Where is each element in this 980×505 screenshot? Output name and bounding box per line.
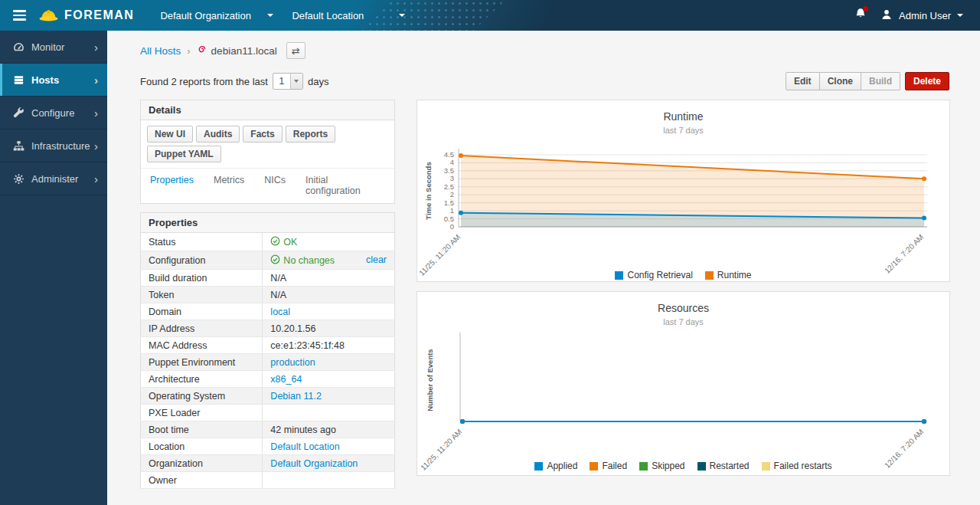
svg-text:4: 4: [450, 158, 454, 166]
breadcrumb-all-hosts-link[interactable]: All Hosts: [140, 45, 181, 57]
sidebar-item-label: Monitor: [31, 41, 94, 53]
property-value: 42 minutes ago: [263, 421, 395, 438]
property-value-link[interactable]: local: [270, 307, 290, 317]
property-label: Organization: [141, 455, 263, 472]
user-menu-label: Admin User: [899, 10, 951, 21]
edit-button[interactable]: Edit: [786, 72, 820, 90]
brand-name: FOREMAN: [64, 8, 134, 22]
legend-item-failed-restarts[interactable]: Failed restarts: [762, 461, 832, 471]
tab-initial-configuration[interactable]: Initial configuration: [305, 175, 385, 196]
foreman-brand[interactable]: FOREMAN: [38, 7, 134, 25]
details-tabs: PropertiesMetricsNICsInitial configurati…: [141, 168, 394, 203]
svg-text:2: 2: [450, 190, 454, 198]
property-label: Build duration: [141, 270, 263, 287]
tab-nics[interactable]: NICs: [264, 175, 286, 196]
gear-icon: [13, 173, 31, 185]
property-label: Operating System: [141, 388, 263, 405]
resources-chart: Number of Events11/25, 11:20 AM12/16, 7:…: [417, 328, 949, 474]
legend-swatch: [762, 462, 770, 471]
sidebar-item-label: Configure: [31, 107, 94, 119]
organization-selector[interactable]: Default Organization: [151, 0, 283, 31]
legend-item-skipped[interactable]: Skipped: [639, 461, 684, 471]
property-value: [263, 472, 395, 489]
sidebar-item-hosts[interactable]: Hosts›: [0, 64, 107, 97]
legend-label: Applied: [547, 461, 577, 471]
chevron-right-icon: ›: [94, 172, 98, 185]
legend-swatch: [534, 462, 543, 471]
user-menu[interactable]: Admin User: [880, 8, 963, 23]
table-row: Operating SystemDebian 11.2: [141, 388, 395, 405]
resources-chart-title: Resources: [417, 302, 949, 314]
report-count-text: Found 2 reports from the last: [140, 76, 268, 87]
facts-button[interactable]: Facts: [243, 126, 282, 143]
property-value-link[interactable]: Default Organization: [270, 458, 358, 469]
notifications-button[interactable]: [854, 8, 867, 23]
audits-button[interactable]: Audits: [196, 126, 240, 143]
tab-properties[interactable]: Properties: [150, 175, 194, 196]
sidebar-item-label: Hosts: [31, 74, 94, 86]
host-switcher-button[interactable]: ⇄: [286, 42, 305, 59]
table-row: ConfigurationNo changesclear: [141, 251, 395, 270]
reports-button[interactable]: Reports: [286, 126, 335, 143]
hamburger-menu-icon[interactable]: [0, 10, 38, 20]
property-value: 10.20.1.56: [263, 320, 395, 337]
property-value-link[interactable]: Default Location: [270, 441, 339, 452]
resources-chart-legend: AppliedFailedSkippedRestartedFailed rest…: [417, 460, 949, 472]
resources-chart-subtitle: last 7 days: [417, 317, 949, 326]
sidebar-item-monitor[interactable]: Monitor›: [0, 31, 107, 64]
legend-item-applied[interactable]: Applied: [534, 461, 577, 471]
report-days-select[interactable]: 1: [273, 73, 303, 90]
organization-selector-label: Default Organization: [160, 10, 251, 21]
table-row: Architecturex86_64: [141, 371, 395, 388]
property-label: Architecture: [141, 371, 263, 388]
property-value: production: [263, 354, 395, 371]
table-row: MAC Addressce:e1:23:45:1f:48: [141, 337, 395, 354]
legend-label: Runtime: [717, 270, 752, 280]
details-buttons: New UIAuditsFactsReportsPuppet YAML: [141, 120, 394, 168]
location-selector[interactable]: Default Location: [283, 0, 414, 31]
tab-metrics[interactable]: Metrics: [214, 175, 244, 196]
notification-badge: [863, 6, 868, 11]
tachometer-icon: [13, 41, 31, 53]
property-label: Status: [141, 233, 263, 251]
property-value: [263, 405, 395, 421]
clear-link[interactable]: clear: [366, 254, 387, 265]
property-value: Debian 11.2: [263, 388, 395, 405]
runtime-chart-legend: Config RetrievalRuntime: [417, 269, 949, 281]
property-label: Token: [141, 287, 263, 303]
legend-label: Restarted: [710, 461, 750, 471]
legend-item-runtime[interactable]: Runtime: [705, 270, 752, 280]
clone-button[interactable]: Clone: [820, 72, 861, 90]
sidebar-item-infrastructure[interactable]: Infrastructure›: [0, 130, 107, 162]
legend-item-failed[interactable]: Failed: [590, 461, 627, 471]
sidebar-item-administer[interactable]: Administer›: [0, 162, 107, 195]
charts-column: Runtime last 7 days 00.511.522.533.544.5…: [416, 100, 950, 485]
select-arrow[interactable]: [290, 74, 302, 89]
svg-text:Time in Seconds: Time in Seconds: [424, 162, 433, 219]
puppet-yaml-button[interactable]: Puppet YAML: [147, 146, 221, 162]
legend-label: Failed: [602, 461, 627, 471]
legend-item-config-retrieval[interactable]: Config Retrieval: [615, 270, 692, 280]
new-ui-button[interactable]: New UI: [147, 126, 193, 143]
property-value-link[interactable]: production: [270, 357, 315, 368]
svg-text:Number of Events: Number of Events: [426, 349, 434, 411]
property-value-link[interactable]: Debian 11.2: [270, 391, 322, 402]
property-label: Location: [141, 438, 263, 455]
legend-swatch: [705, 271, 714, 280]
svg-text:1.5: 1.5: [444, 198, 454, 207]
property-value-link[interactable]: x86_64: [270, 374, 302, 385]
foreman-hardhat-icon: [38, 7, 59, 25]
property-label: MAC Address: [141, 337, 263, 354]
table-row: OrganizationDefault Organization: [141, 455, 395, 472]
sidebar-item-configure[interactable]: Configure›: [0, 97, 107, 130]
properties-table-title: Properties: [141, 213, 395, 233]
property-label: Puppet Environment: [141, 354, 263, 371]
host-action-button-group: Edit Clone Build: [786, 72, 900, 90]
property-label: Owner: [141, 472, 263, 489]
delete-button[interactable]: Delete: [905, 72, 949, 90]
chevron-right-icon: ›: [94, 107, 98, 120]
svg-text:0: 0: [450, 222, 454, 231]
table-row: Boot time42 minutes ago: [141, 421, 395, 438]
property-value: ce:e1:23:45:1f:48: [263, 337, 395, 354]
legend-item-restarted[interactable]: Restarted: [697, 461, 750, 471]
